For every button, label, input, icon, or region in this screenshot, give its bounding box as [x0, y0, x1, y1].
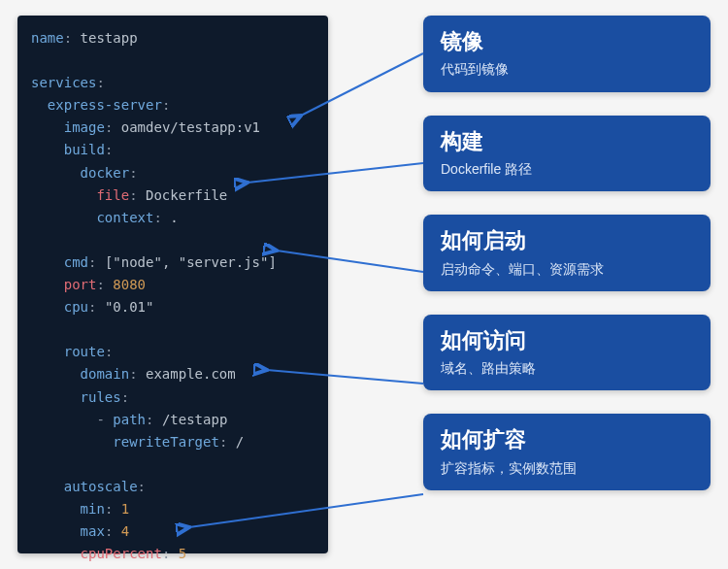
card-sub: Dockerfile 路径: [441, 160, 693, 178]
val-image: oamdev/testapp:v1: [121, 119, 260, 135]
service-name: express-server: [48, 97, 162, 113]
val-path: /testapp: [162, 412, 227, 427]
card-sub: 代码到镜像: [441, 60, 693, 78]
card-start: 如何启动 启动命令、端口、资源需求: [423, 215, 711, 291]
key-file: file: [96, 187, 129, 203]
val-port: 8080: [113, 277, 146, 292]
diagram-container: name: testapp services: express-server: …: [0, 0, 728, 569]
card-sub: 扩容指标，实例数范围: [441, 459, 693, 477]
key-cpu: cpu: [64, 299, 88, 315]
key-cmd: cmd: [64, 254, 88, 270]
key-max: max: [81, 523, 105, 539]
card-sub: 启动命令、端口、资源需求: [441, 260, 693, 278]
card-access: 如何访问 域名、路由策略: [423, 315, 711, 391]
val-domain: example.com: [146, 366, 236, 382]
card-sub: 域名、路由策略: [441, 359, 693, 377]
card-title: 如何访问: [441, 328, 693, 353]
key-route: route: [64, 344, 105, 359]
key-services: services: [31, 75, 96, 90]
card-image: 镜像 代码到镜像: [423, 16, 711, 92]
card-build: 构建 Dockerfile 路径: [423, 116, 711, 192]
key-port: port: [64, 277, 97, 292]
card-title: 如何启动: [441, 228, 693, 253]
key-context: context: [96, 210, 153, 225]
card-title: 如何扩容: [441, 427, 693, 452]
card-title: 构建: [441, 129, 693, 154]
val-cpu: "0.01": [105, 299, 154, 315]
val-file: Dockerfile: [146, 187, 227, 203]
key-rules: rules: [81, 389, 121, 405]
key-path: path: [113, 412, 146, 427]
val-cpu-percent: 5: [179, 546, 186, 561]
annotation-cards: 镜像 代码到镜像 构建 Dockerfile 路径 如何启动 启动命令、端口、资…: [423, 16, 711, 490]
key-rewrite: rewriteTarget: [113, 434, 219, 450]
yaml-code-panel: name: testapp services: express-server: …: [17, 16, 328, 553]
val-max: 4: [121, 523, 129, 539]
val-name: testapp: [81, 30, 138, 46]
card-scale: 如何扩容 扩容指标，实例数范围: [423, 414, 711, 490]
val-min: 1: [121, 501, 129, 517]
card-title: 镜像: [441, 29, 693, 54]
val-context: .: [170, 210, 178, 225]
key-build: build: [64, 142, 105, 157]
key-name: name: [31, 30, 64, 46]
key-cpu-percent: cpuPercent: [81, 546, 162, 561]
key-image: image: [64, 119, 105, 135]
val-rewrite: /: [236, 434, 244, 450]
key-docker: docker: [81, 165, 130, 181]
key-min: min: [81, 501, 105, 517]
key-autoscale: autoscale: [64, 479, 138, 494]
key-domain: domain: [81, 366, 130, 382]
val-cmd: ["node", "server.js"]: [105, 254, 277, 270]
